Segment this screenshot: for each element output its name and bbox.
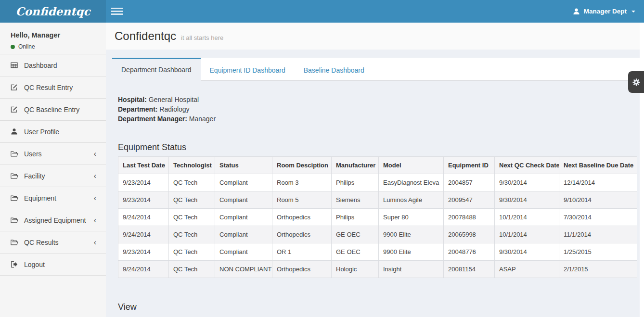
user-menu-dropdown[interactable]: Manager Dept [573, 0, 635, 23]
info-hospital-value: General Hospital [149, 96, 199, 103]
online-status-label: Online [18, 43, 35, 50]
table-cell: ASAP [495, 261, 559, 278]
chevron-left-icon: ‹ [94, 239, 96, 246]
table-cell: 20048776 [444, 243, 495, 261]
user-menu-label: Manager Dept [584, 8, 627, 15]
table-header-cell: Equipment ID [444, 157, 495, 174]
table-cell: Compliant [215, 191, 272, 209]
table-header-cell: Next QC Check Date [495, 157, 559, 174]
control-sidebar-edge [640, 23, 644, 317]
chevron-left-icon: ‹ [94, 172, 96, 180]
table-row: 9/23/2014QC TechCompliantRoom 5SiemensLu… [118, 191, 637, 209]
table-cell: Compliant [215, 174, 272, 191]
table-cell: 9/30/2014 [495, 191, 559, 209]
sidebar-item-qc-results[interactable]: QC Results‹ [0, 231, 106, 254]
table-cell: 9/23/2014 [118, 191, 169, 209]
table-cell: 2009547 [444, 191, 495, 209]
sidebar-toggle-button[interactable] [111, 8, 123, 15]
info-department-label: Department: [118, 105, 157, 113]
table-cell: OR 1 [272, 243, 332, 261]
tab-bar: Department Dashboard Equipment ID Dashbo… [112, 58, 640, 81]
table-cell: Compliant [215, 226, 272, 243]
table-body: 9/23/2014QC TechCompliantRoom 3PhilipsEa… [118, 174, 637, 278]
table-cell: Philips [332, 174, 379, 191]
table-cell: 20065998 [444, 226, 495, 243]
table-cell: 1/25/2015 [559, 243, 637, 261]
table-cell: 7/30/2014 [559, 209, 637, 226]
page-subtitle: it all starts here [181, 34, 223, 41]
table-cell: Hologic [332, 261, 379, 278]
table-row: 9/23/2014QC TechCompliantOR 1GE OEC9900 … [118, 243, 637, 261]
table-cell: 9/24/2014 [118, 226, 169, 243]
table-cell: 2004857 [444, 174, 495, 191]
sidebar: Hello, Manager Online DashboardQC Result… [0, 23, 106, 317]
table-header-cell: Model [379, 157, 444, 174]
online-dot-icon [11, 45, 15, 49]
table-cell: GE OEC [332, 226, 379, 243]
edit-icon [11, 106, 19, 113]
folder-open-icon [11, 217, 19, 224]
table-cell: Siemens [332, 191, 379, 209]
info-department-value: Radiology [159, 105, 189, 113]
online-status: Online [11, 43, 99, 50]
settings-flyout-button[interactable] [628, 71, 644, 93]
tab-baseline-dashboard[interactable]: Baseline Dashboard [295, 58, 374, 81]
brand-logo[interactable]: Confidentqc [0, 0, 106, 23]
sidebar-item-facility[interactable]: Facility‹ [0, 165, 106, 187]
table-header-cell: Next Baseline Due Date [559, 157, 637, 174]
table-header-cell: Manufacturer [332, 157, 379, 174]
table-header-cell: Room Desciption [272, 157, 332, 174]
sidebar-greeting: Hello, Manager [11, 31, 99, 39]
tab-department-dashboard[interactable]: Department Dashboard [112, 58, 201, 81]
table-cell: 2/1/2015 [559, 261, 637, 278]
sidebar-item-qc-baseline-entry[interactable]: QC Baseline Entry [0, 99, 106, 121]
sidebar-item-user-profile[interactable]: User Profile [0, 121, 106, 143]
info-hospital: Hospital: General Hospital [118, 95, 634, 104]
equipment-status-table: Last Test DateTechnologistStatusRoom Des… [118, 156, 637, 278]
sidebar-item-qc-result-entry[interactable]: QC Result Entry [0, 76, 106, 99]
table-cell: Orthopedics [272, 226, 332, 243]
sidebar-item-label: QC Results [24, 239, 59, 246]
table-row: 9/24/2014QC TechNON COMPLIANTOrthopedics… [118, 261, 637, 278]
table-row: 9/23/2014QC TechCompliantRoom 3PhilipsEa… [118, 174, 637, 191]
sidebar-item-label: User Profile [24, 128, 59, 136]
table-cell: 9/10/2014 [559, 191, 637, 209]
tab-equipment-id-dashboard[interactable]: Equipment ID Dashboard [201, 58, 295, 81]
table-cell: 10/1/2014 [495, 209, 559, 226]
sidebar-item-label: Dashboard [24, 62, 57, 69]
table-cell: 20081154 [444, 261, 495, 278]
sidebar-item-equipment[interactable]: Equipment‹ [0, 187, 106, 209]
table-cell: Orthopedics [272, 209, 332, 226]
table-cell: QC Tech [169, 226, 215, 243]
table-header-cell: Last Test Date [118, 157, 169, 174]
sidebar-item-assigned-equipment[interactable]: Assigned Equipment‹ [0, 209, 106, 231]
table-cell: Compliant [215, 243, 272, 261]
main-content: Confidentqc it all starts here Departmen… [106, 23, 640, 317]
table-cell: Insight [379, 261, 444, 278]
table-cell: Room 3 [272, 174, 332, 191]
sidebar-item-logout[interactable]: Logout [0, 254, 106, 276]
table-cell: GE OEC [332, 243, 379, 261]
table-cell: 9/24/2014 [118, 261, 169, 278]
table-cell: QC Tech [169, 243, 215, 261]
table-cell: QC Tech [169, 261, 215, 278]
table-cell: 9/23/2014 [118, 243, 169, 261]
folder-open-icon [11, 151, 19, 157]
sidebar-item-label: Logout [24, 261, 45, 268]
gear-icon [632, 78, 640, 86]
table-header-row: Last Test DateTechnologistStatusRoom Des… [118, 157, 637, 174]
sidebar-item-dashboard[interactable]: Dashboard [0, 54, 106, 76]
info-department: Department: Radiology [118, 104, 634, 114]
table-cell: QC Tech [169, 191, 215, 209]
table-cell: 9900 Elite [379, 243, 444, 261]
user-icon [573, 8, 580, 15]
sidebar-menu: DashboardQC Result EntryQC Baseline Entr… [0, 54, 106, 276]
table-cell: 9/30/2014 [495, 174, 559, 191]
info-department-manager-label: Department Manager: [118, 115, 187, 123]
sidebar-item-label: Assigned Equipment [24, 216, 86, 224]
user-icon [11, 128, 19, 135]
sidebar-item-users[interactable]: Users‹ [0, 143, 106, 165]
table-cell: 9/30/2014 [495, 243, 559, 261]
table-cell: EasyDiagnost Eleva [379, 174, 444, 191]
info-department-manager-value: Manager [189, 115, 216, 123]
